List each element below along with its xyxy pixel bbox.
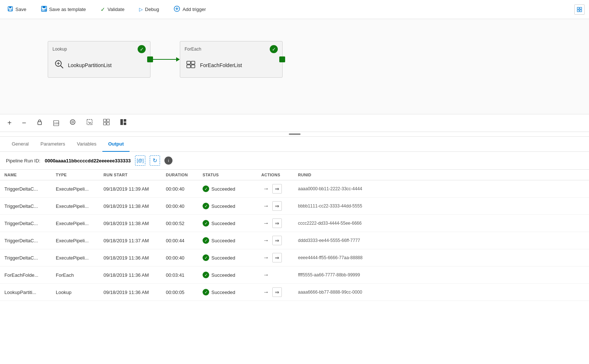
add-trigger-label: Add trigger (182, 7, 206, 12)
action-arrow-6[interactable]: → (261, 287, 271, 297)
action-arrow-5[interactable]: → (261, 270, 271, 280)
action-arrow-1[interactable]: → (261, 201, 271, 211)
arrow-line (150, 59, 176, 60)
validate-icon: ✓ (101, 6, 105, 13)
action-box-arrow-2[interactable]: ⇒ (272, 218, 282, 228)
action-box-arrow-6[interactable]: ⇒ (272, 287, 282, 297)
cell-status-3: ✓ Succeeded (198, 232, 257, 249)
distribute-tool[interactable] (102, 117, 111, 129)
minus-tool[interactable]: − (21, 117, 28, 129)
svg-rect-19 (38, 122, 41, 125)
lookup-success-badge: ✓ (138, 45, 146, 53)
col-header-runstart: RUN START (99, 170, 161, 180)
save-label: Save (15, 7, 26, 12)
action-box-arrow-3[interactable]: ⇒ (272, 236, 282, 245)
cell-type-0: ExecutePipeli... (51, 180, 99, 198)
bottom-panel: General Parameters Variables Output Pipe… (0, 137, 589, 301)
table-row: TriggerDeltaC... ExecutePipeli... 09/18/… (0, 198, 589, 215)
pipeline-canvas: Lookup ✓ LookupPartitionList ForEach ✓ (0, 19, 589, 114)
toolbar-extra-icon[interactable] (574, 4, 585, 15)
cell-status-5: ✓ Succeeded (198, 266, 257, 284)
action-box-arrow-4[interactable]: ⇒ (272, 253, 282, 262)
save-template-button[interactable]: Save as template (38, 4, 89, 14)
cell-type-3: ExecutePipeli... (51, 232, 99, 249)
validate-button[interactable]: ✓ Validate (98, 5, 127, 14)
cell-name-5: ForEachFolde... (0, 266, 51, 284)
svg-rect-7 (577, 7, 579, 9)
tab-general[interactable]: General (6, 137, 34, 152)
cell-duration-6: 00:00:05 (161, 284, 198, 301)
info-button[interactable]: i (164, 157, 172, 165)
save-template-icon (41, 6, 47, 13)
col-header-type: TYPE (51, 170, 99, 180)
svg-rect-16 (191, 61, 195, 64)
foreach-node-title: ForEach (185, 47, 201, 52)
fit-tool[interactable] (68, 117, 77, 129)
action-arrow-3[interactable]: → (261, 236, 271, 245)
select-tool[interactable] (85, 117, 94, 129)
status-text-4: Succeeded (211, 255, 235, 261)
svg-point-23 (72, 121, 74, 123)
svg-rect-27 (103, 122, 106, 125)
debug-button[interactable]: ▷ Debug (136, 5, 162, 14)
foreach-icon (186, 59, 196, 71)
table-row: LookupPartiti... Lookup 09/18/2019 11:36… (0, 284, 589, 301)
add-trigger-button[interactable]: Add trigger (171, 4, 209, 15)
action-box-arrow-0[interactable]: ⇒ (272, 184, 282, 194)
collapse-handle[interactable] (0, 132, 589, 137)
cell-runstart-3: 09/18/2019 11:37 AM (99, 232, 161, 249)
cell-name-3: TriggerDeltaC... (0, 232, 51, 249)
tabs-container: General Parameters Variables Output (0, 137, 589, 152)
save-template-label: Save as template (49, 7, 86, 12)
add-tool[interactable]: + (6, 117, 13, 129)
refresh-button[interactable]: ↻ (150, 155, 160, 166)
table-row: TriggerDeltaC... ExecutePipeli... 09/18/… (0, 249, 589, 266)
table-row: TriggerDeltaC... ExecutePipeli... 09/18/… (0, 215, 589, 232)
tab-variables[interactable]: Variables (71, 137, 102, 152)
foreach-connector-right (279, 56, 285, 62)
tab-parameters[interactable]: Parameters (34, 137, 71, 152)
cell-name-6: LookupPartiti... (0, 284, 51, 301)
run-id-bar: Pipeline Run ID: 0000aaaa11bbccccdd22eee… (0, 152, 589, 170)
col-header-actions: ACTIONS (257, 170, 294, 180)
action-arrow-0[interactable]: → (261, 184, 271, 194)
save-button[interactable]: Save (4, 4, 29, 14)
status-success-icon-3: ✓ (203, 237, 209, 244)
svg-rect-4 (43, 6, 46, 8)
pipeline-arrow (150, 57, 180, 62)
tab-output[interactable]: Output (102, 137, 130, 152)
copy-id-button[interactable]: [@] (135, 155, 145, 166)
lock-tool[interactable] (35, 117, 44, 129)
run-table-container: NAME TYPE RUN START DURATION STATUS ACTI… (0, 170, 589, 301)
cell-duration-2: 00:00:52 (161, 215, 198, 232)
foreach-node[interactable]: ForEach ✓ ForEachFolderList (180, 41, 283, 78)
action-box-arrow-1[interactable]: ⇒ (272, 201, 282, 211)
cell-name-1: TriggerDeltaC... (0, 198, 51, 215)
cell-type-1: ExecutePipeli... (51, 198, 99, 215)
svg-rect-1 (9, 7, 11, 8)
action-arrow-4[interactable]: → (261, 253, 271, 262)
cell-runstart-4: 09/18/2019 11:36 AM (99, 249, 161, 266)
debug-icon: ▷ (139, 7, 143, 12)
zoom-100-tool[interactable]: 100% (52, 119, 61, 128)
canvas-toolbar: + − 100% (0, 114, 589, 132)
col-header-duration: DURATION (161, 170, 198, 180)
svg-rect-26 (107, 119, 109, 122)
status-text-3: Succeeded (211, 238, 235, 243)
arrow-head (176, 57, 180, 62)
status-text-0: Succeeded (211, 186, 235, 192)
cell-name-2: TriggerDeltaC... (0, 215, 51, 232)
lookup-node-name: LookupPartitionList (68, 62, 112, 68)
svg-rect-17 (187, 65, 190, 68)
lookup-node-body: LookupPartitionList (52, 57, 146, 74)
validate-label: Validate (108, 7, 124, 12)
foreach-node-body: ForEachFolderList (185, 57, 278, 74)
action-arrow-2[interactable]: → (261, 218, 271, 228)
status-success-icon-5: ✓ (203, 272, 209, 278)
layout-tool[interactable] (119, 117, 128, 129)
svg-rect-15 (187, 61, 190, 64)
svg-rect-28 (107, 122, 109, 125)
table-row: TriggerDeltaC... ExecutePipeli... 09/18/… (0, 180, 589, 198)
lookup-node[interactable]: Lookup ✓ LookupPartitionList (48, 41, 150, 78)
svg-text:100%: 100% (54, 122, 59, 125)
